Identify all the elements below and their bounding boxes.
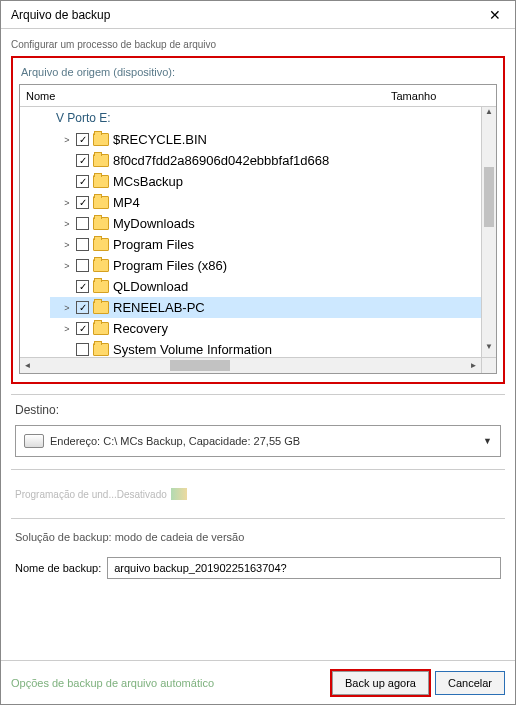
schedule-icon (171, 488, 187, 500)
backup-name-input[interactable] (107, 557, 501, 579)
drive-node[interactable]: V Porto E: (50, 109, 496, 129)
checkbox[interactable] (76, 280, 89, 293)
checkbox[interactable] (76, 301, 89, 314)
destination-label: Destino: (15, 403, 501, 417)
tree-item-label: RENEELAB-PC (113, 300, 205, 315)
tree-row[interactable]: >Program Files (50, 234, 496, 255)
source-label: Arquivo de origem (dispositivo): (19, 64, 497, 84)
expander-icon[interactable]: > (62, 219, 72, 229)
checkbox[interactable] (76, 196, 89, 209)
cancel-button[interactable]: Cancelar (435, 671, 505, 695)
file-tree: Nome Tamanho V Porto E: >$RECYCLE.BIN8f0… (19, 84, 497, 374)
scroll-down-icon[interactable]: ▼ (482, 342, 496, 357)
footer-buttons: Back up agora Cancelar (332, 671, 505, 695)
tree-viewport: V Porto E: >$RECYCLE.BIN8f0cd7fdd2a86906… (20, 107, 496, 373)
checkbox[interactable] (76, 175, 89, 188)
dialog-body: Arquivo de origem (dispositivo): Nome Ta… (1, 56, 515, 660)
tree-row[interactable]: >MyDownloads (50, 213, 496, 234)
close-button[interactable]: ✕ (475, 1, 515, 29)
tree-row[interactable]: >Recovery (50, 318, 496, 339)
tree-item-label: MP4 (113, 195, 140, 210)
tree-item-label: QLDownload (113, 279, 188, 294)
folder-icon (93, 238, 109, 251)
folder-icon (93, 343, 109, 356)
tree-row[interactable]: 8f0cd7fdd2a86906d042ebbbfaf1d668 (50, 150, 496, 171)
checkbox[interactable] (76, 133, 89, 146)
column-size[interactable]: Tamanho (391, 90, 481, 102)
folder-icon (93, 280, 109, 293)
checkbox[interactable] (76, 217, 89, 230)
tree-item-label: Recovery (113, 321, 168, 336)
titlebar: Arquivo de backup ✕ (1, 1, 515, 29)
dialog-subtitle: Configurar um processo de backup de arqu… (1, 29, 515, 56)
column-name[interactable]: Nome (20, 90, 391, 102)
tree-row[interactable]: QLDownload (50, 276, 496, 297)
checkbox[interactable] (76, 322, 89, 335)
tree-row[interactable]: >MP4 (50, 192, 496, 213)
folder-icon (93, 154, 109, 167)
folder-icon (93, 217, 109, 230)
expander-icon[interactable]: > (62, 324, 72, 334)
backup-dialog: Arquivo de backup ✕ Configurar um proces… (0, 0, 516, 705)
tree-row[interactable]: >Program Files (x86) (50, 255, 496, 276)
source-frame: Arquivo de origem (dispositivo): Nome Ta… (11, 56, 505, 384)
checkbox[interactable] (76, 238, 89, 251)
expander-icon[interactable]: > (62, 261, 72, 271)
folder-icon (93, 133, 109, 146)
scroll-corner (481, 357, 496, 373)
tree-item-label: System Volume Information (113, 342, 272, 357)
checkbox[interactable] (76, 154, 89, 167)
folder-icon (93, 259, 109, 272)
folder-icon (93, 196, 109, 209)
auto-backup-link[interactable]: Opções de backup de arquivo automático (11, 677, 214, 689)
backup-now-button[interactable]: Back up agora (332, 671, 429, 695)
tree-row[interactable]: >$RECYCLE.BIN (50, 129, 496, 150)
schedule-text: Programação de und...Desativado (15, 489, 167, 500)
tree-item-label: Program Files (113, 237, 194, 252)
tree-item-label: 8f0cd7fdd2a86906d042ebbbfaf1d668 (113, 153, 329, 168)
backup-name-label: Nome de backup: (15, 562, 101, 574)
tree-header: Nome Tamanho (20, 85, 496, 107)
tree-row[interactable]: MCsBackup (50, 171, 496, 192)
backup-name-row: Nome de backup: (15, 557, 501, 579)
solution-value: modo de cadeia de versão (115, 531, 245, 543)
expander-icon[interactable]: > (62, 135, 72, 145)
scroll-left-icon[interactable]: ◄ (20, 358, 35, 373)
vertical-scrollbar[interactable]: ▲ ▼ (481, 107, 496, 357)
close-icon: ✕ (489, 7, 501, 23)
folder-icon (93, 322, 109, 335)
scroll-right-icon[interactable]: ► (466, 358, 481, 373)
destination-section: Destino: Endereço: C:\ MCs Backup, Capac… (11, 394, 505, 470)
disk-icon (24, 434, 44, 448)
tree-item-label: $RECYCLE.BIN (113, 132, 207, 147)
destination-dropdown[interactable]: Endereço: C:\ MCs Backup, Capacidade: 27… (15, 425, 501, 457)
scroll-thumb-horizontal[interactable] (170, 360, 230, 371)
tree-item-label: Program Files (x86) (113, 258, 227, 273)
expander-icon[interactable]: > (62, 303, 72, 313)
expander-icon[interactable]: > (62, 198, 72, 208)
chevron-down-icon: ▼ (483, 436, 492, 446)
folder-icon (93, 301, 109, 314)
options-section: Solução de backup: modo de cadeia de ver… (11, 518, 505, 591)
checkbox[interactable] (76, 343, 89, 356)
solution-row: Solução de backup: modo de cadeia de ver… (15, 531, 501, 543)
schedule-row: Programação de und...Desativado (11, 480, 505, 508)
scroll-thumb-vertical[interactable] (484, 167, 494, 227)
folder-icon (93, 175, 109, 188)
horizontal-scrollbar[interactable]: ◄ ► (20, 357, 481, 373)
checkbox[interactable] (76, 259, 89, 272)
destination-value: Endereço: C:\ MCs Backup, Capacidade: 27… (50, 435, 483, 447)
tree-row[interactable]: >RENEELAB-PC (50, 297, 496, 318)
window-title: Arquivo de backup (11, 8, 110, 22)
expander-icon[interactable]: > (62, 240, 72, 250)
tree-item-label: MCsBackup (113, 174, 183, 189)
dialog-footer: Opções de backup de arquivo automático B… (1, 660, 515, 704)
solution-label: Solução de backup: (15, 531, 112, 543)
scroll-up-icon[interactable]: ▲ (482, 107, 496, 122)
tree-item-label: MyDownloads (113, 216, 195, 231)
